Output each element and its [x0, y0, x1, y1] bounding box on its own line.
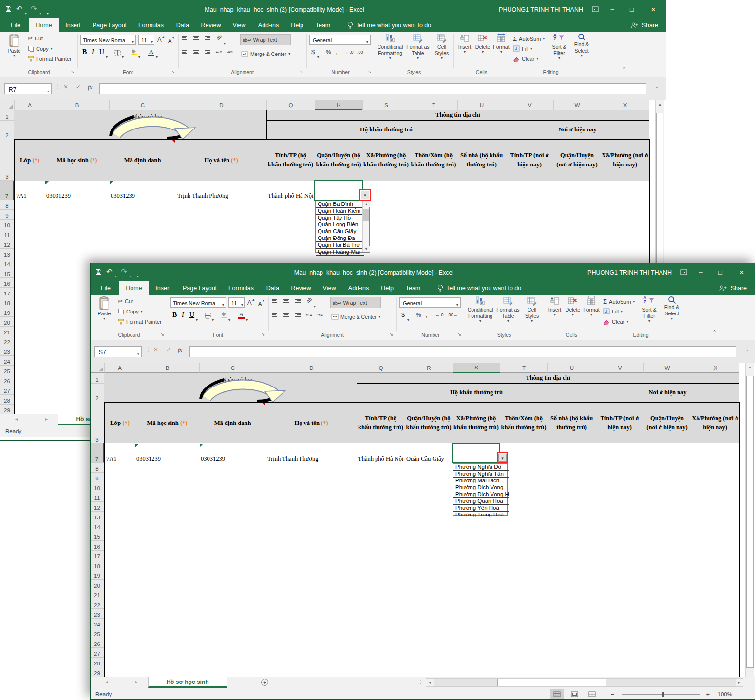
- cell-C8[interactable]: [199, 463, 266, 473]
- clear-button[interactable]: Clear▾: [603, 319, 628, 325]
- cell-W11[interactable]: [643, 492, 691, 502]
- header-cell-U[interactable]: Số nhà (hộ khẩu thường trú): [457, 139, 506, 181]
- cell-V13[interactable]: [506, 249, 554, 259]
- row-header-18[interactable]: 18: [91, 560, 104, 570]
- row-header-22[interactable]: 22: [91, 599, 104, 609]
- cell-W21[interactable]: [643, 589, 691, 600]
- formula-input[interactable]: [99, 83, 646, 94]
- cell-T14[interactable]: [500, 521, 548, 532]
- cell-T18[interactable]: [500, 560, 548, 571]
- cell-U8[interactable]: [547, 463, 596, 473]
- header-cell-W[interactable]: Quận/Huyện (nơi ở hiện nay): [643, 402, 691, 444]
- enter-icon[interactable]: ✓: [166, 346, 171, 353]
- cell-A21[interactable]: [104, 589, 135, 600]
- cell-Q15[interactable]: [357, 531, 405, 541]
- conditional-formatting-button[interactable]: ≠Conditional Formatting▾: [377, 33, 404, 68]
- cell-W13[interactable]: [553, 249, 601, 259]
- tab-scroll-right-icon[interactable]: ▸: [45, 416, 48, 422]
- collapse-ribbon-icon[interactable]: ⌃: [712, 329, 717, 335]
- cell-S18[interactable]: [453, 560, 500, 571]
- cell-C20[interactable]: [199, 580, 266, 590]
- column-header-W[interactable]: W: [643, 363, 691, 373]
- row-header-11[interactable]: 11: [91, 492, 104, 502]
- cell-A21[interactable]: [14, 327, 45, 337]
- header-cell-Q[interactable]: Tỉnh/TP (hộ khẩu thường trú): [266, 139, 315, 181]
- align-center-icon[interactable]: [192, 50, 200, 55]
- header-cell-U[interactable]: Số nhà (hộ khẩu thường trú): [547, 402, 596, 444]
- column-header-X[interactable]: X: [601, 100, 649, 110]
- cell-D21[interactable]: [266, 589, 357, 600]
- cancel-icon[interactable]: ×: [64, 83, 68, 91]
- cell-A7[interactable]: 7A1: [14, 181, 45, 201]
- merge-center-button[interactable]: Merge & Center▾: [240, 48, 301, 59]
- cell-X13[interactable]: [691, 512, 740, 522]
- cell-B27[interactable]: [135, 648, 200, 658]
- header-cell-C[interactable]: Mã định danh: [109, 139, 176, 181]
- cell-X18[interactable]: [691, 560, 740, 571]
- cell-W18[interactable]: [643, 560, 691, 571]
- row-header-14[interactable]: 14: [0, 258, 14, 268]
- dropdown-item[interactable]: Quận Hoàng Mai: [316, 249, 364, 256]
- cell-A26[interactable]: [104, 638, 135, 648]
- font-size-select[interactable]: 11▾: [228, 297, 245, 308]
- cell-A23[interactable]: [104, 609, 135, 619]
- cell-U7[interactable]: [547, 443, 596, 463]
- cell-U7[interactable]: [457, 181, 506, 201]
- cell-S22[interactable]: [453, 599, 500, 609]
- cell-R12[interactable]: [405, 502, 453, 512]
- cell-styles-button[interactable]: Cell Styles▾: [431, 33, 453, 68]
- number-dialog-launcher-icon[interactable]: ↘: [367, 69, 372, 74]
- row-header-27[interactable]: 27: [91, 648, 104, 658]
- grow-font-button[interactable]: A▲: [157, 35, 165, 44]
- cell-C28[interactable]: [199, 658, 266, 668]
- cell-A7[interactable]: 7A1: [104, 443, 135, 463]
- fill-color-icon[interactable]: [131, 49, 137, 55]
- cell-R19[interactable]: [405, 570, 453, 580]
- cell-V22[interactable]: [596, 599, 644, 609]
- cell-A16[interactable]: [14, 278, 45, 288]
- scroll-up-icon[interactable]: ▲: [656, 100, 664, 108]
- cell-S14[interactable]: [453, 521, 500, 532]
- cell-W10[interactable]: [553, 220, 601, 230]
- clear-button[interactable]: Clear▾: [513, 56, 538, 62]
- copy-button[interactable]: Copy▾: [28, 45, 53, 52]
- cell-W15[interactable]: [643, 531, 691, 541]
- tab-pagelayout[interactable]: Page Layout: [177, 281, 222, 295]
- cell-V23[interactable]: [596, 609, 644, 619]
- share-button[interactable]: Share: [731, 281, 747, 295]
- cell-B24[interactable]: [135, 619, 200, 629]
- clipboard-dialog-launcher-icon[interactable]: ↘: [70, 69, 75, 74]
- fx-icon[interactable]: fx: [88, 83, 92, 91]
- share-button[interactable]: Share: [642, 18, 658, 32]
- cell-T24[interactable]: [500, 619, 548, 629]
- cell-T17[interactable]: [500, 551, 548, 561]
- column-header-S[interactable]: S: [362, 100, 410, 110]
- cell-S28[interactable]: [453, 658, 500, 668]
- row-header-19[interactable]: 19: [91, 570, 104, 580]
- cell-Q20[interactable]: [357, 580, 405, 590]
- cell-A13[interactable]: [14, 249, 45, 259]
- zoom-in-button[interactable]: +: [706, 688, 710, 700]
- percent-button[interactable]: %: [416, 312, 421, 318]
- decrease-indent-icon[interactable]: ⇤≡: [306, 313, 312, 317]
- header-cell-R[interactable]: Quận/Huyện (hộ khẩu thường trú): [315, 139, 363, 181]
- dropdown-item[interactable]: Phường Nghĩa Đô: [453, 464, 509, 471]
- dropdown-scroll-down-icon[interactable]: ▼: [363, 246, 370, 252]
- cell-B29[interactable]: [135, 667, 200, 678]
- cell-C8[interactable]: [109, 200, 176, 210]
- row-header-8[interactable]: 8: [0, 200, 14, 210]
- cell-T20[interactable]: [500, 580, 548, 590]
- cell-Q22[interactable]: [357, 599, 405, 609]
- cell-V10[interactable]: [506, 220, 554, 230]
- cell-R9[interactable]: [405, 473, 453, 483]
- cell-Q7[interactable]: Thành phố Hà Nội: [357, 443, 405, 463]
- cell-A26[interactable]: [14, 375, 45, 386]
- tab-data[interactable]: Data: [260, 281, 285, 295]
- delete-cells-button[interactable]: Delete▾: [474, 33, 491, 68]
- cell-C9[interactable]: [199, 473, 266, 483]
- cell-V7[interactable]: [596, 443, 644, 463]
- cell-W27[interactable]: [643, 648, 691, 658]
- cell-B7[interactable]: 03031239: [45, 181, 110, 201]
- font-name-select[interactable]: Times New Roma▾: [170, 297, 226, 308]
- cell-X17[interactable]: [691, 551, 740, 561]
